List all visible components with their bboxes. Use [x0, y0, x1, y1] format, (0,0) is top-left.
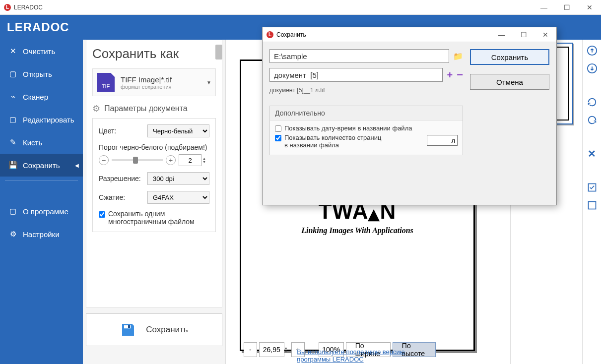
sidebar-item-brush[interactable]: ✎ Кисть — [0, 131, 83, 154]
file-tif-icon: TIF — [97, 73, 115, 92]
zoom-minus-button[interactable]: - — [244, 342, 257, 357]
dialog-minimize-button[interactable]: — — [491, 27, 513, 42]
threshold-value[interactable]: 2 — [179, 154, 201, 166]
save-icon: 💾 — [8, 161, 18, 170]
sidebar-item-about[interactable]: ▢ О программе — [0, 200, 83, 223]
advanced-group: Дополнительно Показывать дату-время в на… — [269, 106, 463, 155]
chevron-down-icon: ▼ — [206, 80, 211, 85]
threshold-label: Порог черно-белого (подбираем!) — [99, 143, 209, 151]
folder-open-icon: ▢ — [8, 69, 18, 78]
show-datetime-label: Показывать дату-время в названии файла — [284, 124, 412, 132]
path-input[interactable] — [269, 49, 449, 63]
ribbon-logo: LERADOC — [7, 20, 69, 34]
sidebar-item-label: О программе — [23, 207, 68, 216]
sidebar-separator — [5, 181, 78, 181]
gear-icon: ⚙ — [92, 103, 100, 114]
app-icon: L — [4, 4, 11, 11]
threshold-slider[interactable] — [112, 159, 163, 161]
browse-folder-icon[interactable]: 📁 — [453, 52, 463, 61]
save-panel: Сохранить как TIF TIFF Image|*.tif форма… — [83, 15, 226, 364]
panel-title: Сохранить как — [92, 46, 216, 61]
sidebar-item-label: Открыть — [23, 70, 52, 78]
threshold-plus-button[interactable]: + — [166, 155, 176, 165]
show-datetime-checkbox[interactable] — [275, 125, 281, 132]
page-suffix-input[interactable] — [427, 135, 458, 146]
panel-scrollbar[interactable] — [215, 45, 222, 60]
dialog-title: Сохранить — [276, 31, 306, 38]
advanced-group-title: Дополнительно — [270, 106, 463, 121]
multipage-label: Сохранить одним многостраничным файлом — [108, 210, 209, 226]
sidebar-item-label: Настройки — [23, 230, 60, 239]
edit-icon: ▢ — [8, 115, 18, 124]
delete-page-icon[interactable]: ✕ — [586, 148, 598, 160]
sidebar-item-label: Очистить — [23, 47, 55, 56]
svg-rect-4 — [588, 202, 596, 209]
window-titlebar: L LERADOC — ☐ ✕ — [0, 0, 601, 15]
decrement-icon[interactable]: − — [457, 68, 463, 81]
dialog-save-button[interactable]: Сохранить — [470, 49, 549, 65]
sidebar-item-label: Кисть — [23, 138, 42, 147]
window-close-button[interactable]: ✕ — [578, 0, 601, 15]
move-up-icon[interactable] — [586, 45, 598, 57]
sidebar-item-label: Сканер — [23, 93, 48, 101]
app-title: LERADOC — [14, 4, 43, 11]
check-box-icon[interactable] — [586, 182, 598, 193]
multipage-checkbox[interactable] — [99, 211, 105, 218]
version-link[interactable]: Вы используете последнюю версию программ… — [297, 348, 439, 363]
rotate-ccw-icon[interactable] — [586, 96, 598, 108]
svg-rect-0 — [128, 325, 130, 328]
increment-icon[interactable]: + — [447, 69, 453, 81]
window-maximize-button[interactable]: ☐ — [555, 0, 578, 15]
sidebar-item-save[interactable]: 💾 Сохранить ◀ — [0, 154, 83, 177]
sidebar-item-clear[interactable]: ✕ Очистить — [0, 40, 83, 62]
params-title: Параметры документа — [104, 104, 188, 113]
sidebar: ✕ Очистить ▢ Открыть ⌁ Сканер ▢ Редактир… — [0, 15, 83, 364]
sidebar-item-label: Редактировать — [23, 116, 74, 124]
resolution-label: Разрешение: — [99, 175, 147, 182]
sidebar-item-edit[interactable]: ▢ Редактировать — [0, 108, 83, 131]
color-select[interactable]: Черно-белый — [147, 124, 209, 137]
compression-select[interactable]: G4FAX — [147, 191, 209, 204]
dialog-close-button[interactable]: ✕ — [534, 27, 556, 42]
preview-tagline: Linking Images With Applications — [301, 226, 413, 235]
format-name: TIFF Image|*.tif — [121, 75, 172, 84]
threshold-minus-button[interactable]: − — [99, 155, 109, 165]
params-fieldset: Цвет: Черно-белый Порог черно-белого (по… — [92, 118, 216, 232]
filename-input[interactable] — [269, 68, 443, 82]
params-header: ⚙ Параметры документа — [92, 103, 216, 114]
dialog-titlebar: L Сохранить — ☐ ✕ — [263, 27, 556, 42]
brush-icon: ✎ — [8, 138, 18, 147]
zoom-value[interactable]: 26,95 — [259, 342, 284, 357]
show-pagecount-checkbox[interactable] — [275, 135, 281, 141]
compression-label: Сжатие: — [99, 193, 147, 201]
right-toolbar: ✕ — [582, 40, 601, 364]
move-down-icon[interactable] — [586, 62, 598, 74]
dialog-maximize-button[interactable]: ☐ — [513, 27, 534, 42]
chevron-left-icon: ◀ — [75, 163, 79, 168]
close-icon: ✕ — [8, 47, 18, 56]
window-minimize-button[interactable]: — — [533, 0, 555, 15]
info-icon: ▢ — [8, 207, 18, 216]
format-subtitle: формат сохранения — [121, 84, 172, 90]
color-label: Цвет: — [99, 127, 147, 135]
sidebar-item-settings[interactable]: ⚙ Настройки — [0, 223, 83, 245]
gear-icon: ⚙ — [8, 230, 18, 239]
scanner-icon: ⌁ — [8, 92, 18, 101]
show-pagecount-label: Показывать количество страниц в названии… — [284, 134, 384, 149]
rotate-cw-icon[interactable] — [586, 114, 598, 126]
sidebar-item-scanner[interactable]: ⌁ Сканер — [0, 85, 83, 108]
floppy-icon — [120, 322, 136, 338]
save-button[interactable]: Сохранить — [86, 313, 222, 346]
threshold-spinner[interactable]: ▲▼ — [202, 157, 209, 164]
dialog-cancel-button[interactable]: Отмена — [470, 74, 549, 90]
zoom-spinner[interactable]: ▲▼ — [284, 346, 289, 353]
empty-box-icon[interactable] — [586, 199, 598, 211]
filename-preview: документ [5]__1 л.tif — [269, 87, 463, 94]
sidebar-item-open[interactable]: ▢ Открыть — [0, 62, 83, 85]
save-dialog: L Сохранить — ☐ ✕ 📁 + − документ [5]__1 … — [262, 27, 557, 205]
resolution-select[interactable]: 300 dpi — [147, 172, 209, 185]
save-button-label: Сохранить — [146, 325, 188, 335]
format-selector[interactable]: TIF TIFF Image|*.tif формат сохранения ▼ — [92, 68, 216, 96]
sidebar-item-label: Сохранить — [23, 161, 60, 170]
dialog-app-icon: L — [267, 31, 273, 38]
